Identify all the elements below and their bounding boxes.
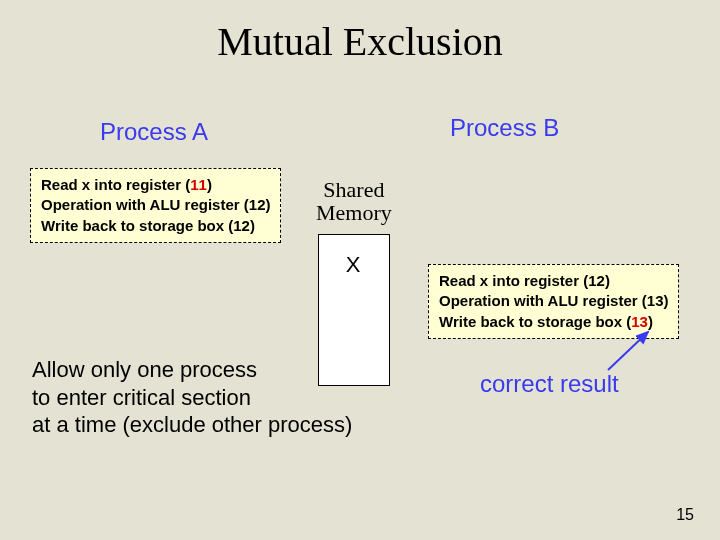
- text: Memory: [316, 200, 392, 225]
- text: Shared: [323, 177, 384, 202]
- text: ): [648, 313, 653, 330]
- text: to enter critical section: [32, 384, 352, 412]
- code-line: Operation with ALU register (13): [439, 291, 668, 311]
- correct-result-label: correct result: [480, 370, 619, 398]
- text: ): [207, 176, 212, 193]
- shared-memory-label: Shared Memory: [316, 178, 392, 224]
- highlight-value: 13: [631, 313, 648, 330]
- process-a-label: Process A: [100, 118, 208, 146]
- process-b-label: Process B: [450, 114, 559, 142]
- shared-memory-x: X: [318, 252, 388, 278]
- code-line: Operation with ALU register (12): [41, 195, 270, 215]
- code-line: Read x into register (11): [41, 175, 270, 195]
- process-a-codebox: Read x into register (11) Operation with…: [30, 168, 281, 243]
- text: Write back to storage box (: [439, 313, 631, 330]
- code-line: Read x into register (12): [439, 271, 668, 291]
- process-b-codebox: Read x into register (12) Operation with…: [428, 264, 679, 339]
- code-line: Write back to storage box (13): [439, 312, 668, 332]
- code-line: Write back to storage box (12): [41, 216, 270, 236]
- text: Read x into register (: [41, 176, 190, 193]
- text: at a time (exclude other process): [32, 411, 352, 439]
- allow-note: Allow only one process to enter critical…: [32, 356, 352, 439]
- page-title: Mutual Exclusion: [0, 18, 720, 65]
- text: Allow only one process: [32, 356, 352, 384]
- highlight-value: 11: [190, 176, 207, 193]
- page-number: 15: [676, 506, 694, 524]
